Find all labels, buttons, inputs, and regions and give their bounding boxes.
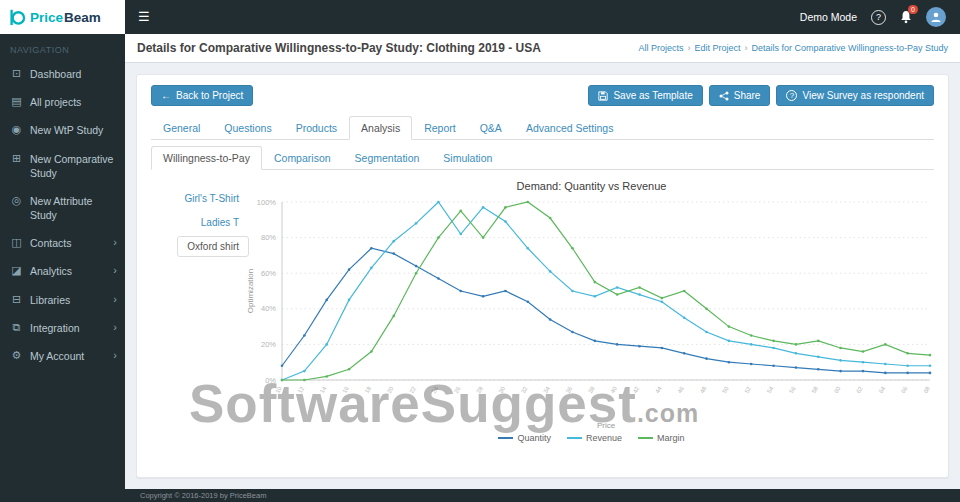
sidebar-item-label: Dashboard (30, 67, 117, 81)
contacts-icon: ◫ (10, 236, 23, 249)
logo-text-secondary: Beam (64, 10, 101, 25)
sidebar-item-my-account[interactable]: ⚙ My Account › (0, 342, 125, 370)
analytics-icon: ◪ (10, 264, 23, 277)
breadcrumb-all-projects[interactable]: All Projects (638, 43, 683, 53)
subtab-simulation[interactable]: Simulation (431, 146, 504, 170)
svg-text:34: 34 (542, 385, 551, 394)
sidebar-item-label: All projects (30, 95, 117, 109)
demand-chart[interactable]: 0%20%40%60%80%100%1012141618202224262830… (242, 194, 942, 432)
subtab-comparison[interactable]: Comparison (262, 146, 343, 170)
legend-item-quantity[interactable]: Quantity (498, 433, 551, 443)
sidebar-item-label: My Account (30, 349, 106, 363)
product-tab-ladies-t[interactable]: Ladies T (191, 212, 249, 233)
comparative-study-icon: ⊞ (10, 152, 23, 165)
svg-text:40%: 40% (260, 304, 275, 313)
breadcrumb: All Projects › Edit Project › Details fo… (638, 43, 948, 53)
svg-text:60: 60 (832, 385, 841, 394)
sidebar-item-all-projects[interactable]: ▤ All projects (0, 88, 125, 116)
svg-text:28: 28 (475, 385, 484, 394)
back-to-project-button[interactable]: ← Back to Project (151, 85, 253, 106)
svg-text:36: 36 (564, 385, 573, 394)
svg-text:30: 30 (497, 385, 506, 394)
sidebar-item-analytics[interactable]: ◪ Analytics › (0, 257, 125, 285)
svg-text:52: 52 (743, 385, 752, 394)
svg-text:40: 40 (609, 385, 618, 394)
sidebar-item-new-wtp-study[interactable]: ◉ New WtP Study (0, 116, 125, 144)
subtab-willingness-to-pay[interactable]: Willingness-to-Pay (151, 146, 262, 170)
sidebar-item-label: Integration (30, 321, 106, 335)
tab-general[interactable]: General (151, 116, 212, 140)
chevron-right-icon: › (113, 321, 117, 333)
legend-marker (498, 437, 513, 439)
topbar-right: Demo Mode ? 0 (800, 7, 960, 27)
breadcrumb-edit-project[interactable]: Edit Project (694, 43, 740, 53)
study-card: ← Back to Project Save as Template (136, 74, 949, 478)
svg-text:20%: 20% (260, 340, 275, 349)
svg-text:54: 54 (765, 385, 774, 394)
chevron-right-icon: › (113, 236, 117, 248)
main-content: ← Back to Project Save as Template (125, 63, 960, 489)
share-button[interactable]: Share (709, 85, 771, 106)
legend-item-margin[interactable]: Margin (638, 433, 685, 443)
dashboard-icon: ⊡ (10, 67, 23, 80)
svg-text:44: 44 (654, 385, 663, 394)
svg-text:32: 32 (520, 385, 529, 394)
svg-text:14: 14 (319, 385, 328, 394)
notification-badge: 0 (908, 5, 918, 14)
svg-text:0%: 0% (265, 376, 276, 385)
product-tab-girls-t-shirt[interactable]: Girl's T-Shirt (174, 188, 249, 209)
page-title: Details for Comparative Willingness-to-P… (137, 41, 541, 55)
toolbar-right-group: Save as Template Share ? (588, 85, 934, 106)
integration-icon: ⧉ (10, 321, 23, 334)
logo[interactable]: Price Beam (0, 0, 125, 34)
svg-text:38: 38 (587, 385, 596, 394)
notifications-button[interactable]: 0 (900, 10, 912, 24)
svg-text:16: 16 (341, 385, 350, 394)
svg-text:42: 42 (631, 385, 640, 394)
sidebar-item-new-attribute-study[interactable]: ◎ New Attribute Study (0, 187, 125, 229)
sidebar-item-dashboard[interactable]: ⊡ Dashboard (0, 60, 125, 88)
sidebar-item-label: Libraries (30, 293, 106, 307)
svg-text:26: 26 (453, 385, 462, 394)
tab-questions[interactable]: Questions (212, 116, 283, 140)
tab-products[interactable]: Products (284, 116, 349, 140)
sidebar-section-label: NAVIGATION (0, 34, 125, 60)
sidebar-item-label: New Attribute Study (30, 194, 117, 222)
sidebar-item-new-comparative-study[interactable]: ⊞ New Comparative Study (0, 145, 125, 187)
tab-qa[interactable]: Q&A (468, 116, 514, 140)
attribute-study-icon: ◎ (10, 194, 23, 207)
chevron-right-icon: › (113, 293, 117, 305)
pricebeam-logo-icon (8, 8, 26, 26)
help-icon[interactable]: ? (871, 10, 886, 25)
main-tabs: General Questions Products Analysis Repo… (151, 116, 934, 140)
sidebar-item-contacts[interactable]: ◫ Contacts › (0, 229, 125, 257)
tab-analysis[interactable]: Analysis (349, 116, 412, 140)
save-icon (598, 91, 608, 101)
share-icon (719, 91, 729, 101)
tab-advanced-settings[interactable]: Advanced Settings (514, 116, 626, 140)
save-as-template-label: Save as Template (613, 90, 692, 101)
tab-report[interactable]: Report (412, 116, 468, 140)
sidebar-item-integration[interactable]: ⧉ Integration › (0, 314, 125, 342)
analysis-body: Girl's T-Shirt Ladies T Oxford shirt Dem… (151, 176, 934, 443)
legend-item-revenue[interactable]: Revenue (567, 433, 622, 443)
subtab-segmentation[interactable]: Segmentation (343, 146, 432, 170)
save-as-template-button[interactable]: Save as Template (588, 85, 702, 106)
demo-mode-label[interactable]: Demo Mode (800, 11, 857, 23)
svg-text:100%: 100% (256, 198, 276, 207)
svg-text:50: 50 (721, 385, 730, 394)
back-arrow-icon: ← (161, 90, 171, 101)
product-tab-oxford-shirt[interactable]: Oxford shirt (177, 236, 249, 257)
legend-marker (567, 437, 582, 439)
sidebar: NAVIGATION ⊡ Dashboard ▤ All projects ◉ … (0, 34, 125, 502)
svg-text:56: 56 (788, 385, 797, 394)
breadcrumb-separator-icon: › (687, 43, 690, 53)
view-survey-label: View Survey as respondent (802, 90, 924, 101)
svg-text:58: 58 (810, 385, 819, 394)
menu-toggle-icon[interactable]: ☰ (125, 0, 163, 34)
breadcrumb-current[interactable]: Details for Comparative Willingness-to-P… (751, 43, 948, 53)
avatar[interactable] (926, 7, 946, 27)
breadcrumb-separator-icon: › (744, 43, 747, 53)
sidebar-item-libraries[interactable]: ⊟ Libraries › (0, 286, 125, 314)
view-survey-button[interactable]: ? View Survey as respondent (776, 85, 934, 106)
